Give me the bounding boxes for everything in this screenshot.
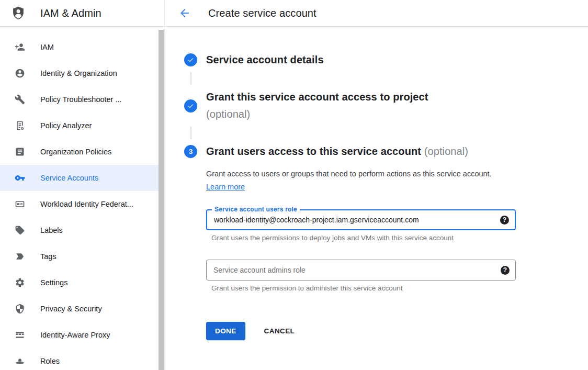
help-icon[interactable]: ? [500, 216, 509, 225]
sidebar-item-label: Workload Identity Federat... [40, 200, 133, 208]
step-1-service-account-details: Service account details [184, 51, 588, 69]
sidebar-item-service-accounts[interactable]: Service Accounts [0, 165, 159, 191]
sidebar-item-label: Policy Analyzer [40, 121, 92, 130]
tag-arrow-icon [15, 251, 25, 262]
service-account-key-icon [15, 173, 25, 183]
sidebar-item-identity-organization[interactable]: Identity & Organization [0, 60, 159, 86]
person-add-icon [15, 42, 25, 52]
sidebar-item-label: Identity-Aware Proxy [40, 331, 110, 339]
step-number-badge: 3 [184, 145, 197, 158]
admins-role-input[interactable] [207, 266, 501, 274]
sidebar-item-label: Organization Policies [40, 148, 111, 156]
wrench-icon [15, 94, 25, 105]
section-description: Grant access to users or groups that nee… [206, 167, 502, 194]
sidebar: IAM & Admin IAM Identity & Organization … [0, 0, 165, 370]
step-title: Service account details [206, 51, 324, 69]
sidebar-item-label: Privacy & Security [40, 305, 102, 313]
sidebar-item-policy-troubleshooter[interactable]: Policy Troubleshooter ... [0, 86, 159, 113]
sidebar-item-label: Tags [40, 252, 56, 261]
users-role-field-wrap: Service account users role ? Grant users… [206, 209, 588, 242]
users-role-input[interactable] [207, 216, 500, 224]
sidebar-item-organization-policies[interactable]: Organization Policies [0, 139, 159, 165]
step-connector [190, 72, 191, 85]
proxy-icon [15, 330, 25, 340]
sidebar-item-iam[interactable]: IAM [0, 34, 159, 60]
optional-tag: (optional) [206, 106, 428, 123]
id-card-icon [15, 199, 25, 209]
admins-role-field-wrap: ? Grant users the permission to administ… [206, 260, 588, 292]
gear-icon [15, 277, 25, 288]
step-complete-check-icon [184, 99, 197, 113]
sidebar-item-tags[interactable]: Tags [0, 243, 159, 270]
field-floating-label: Service account users role [212, 206, 300, 213]
sidebar-item-label: IAM [40, 43, 54, 51]
step-complete-check-icon [184, 53, 197, 66]
shield-half-icon [15, 304, 25, 314]
sidebar-item-label: Policy Troubleshooter ... [40, 95, 122, 104]
cancel-button[interactable]: CANCEL [264, 327, 295, 335]
step-3-body: Grant access to users or groups that nee… [206, 167, 588, 340]
sidebar-nav: IAM Identity & Organization Policy Troub… [0, 27, 164, 370]
step-3-grant-users-access: 3 Grant users access to this service acc… [184, 143, 588, 160]
sidebar-item-label: Service Accounts [40, 174, 98, 182]
sidebar-item-privacy-security[interactable]: Privacy & Security [0, 296, 159, 322]
step-connector [190, 127, 191, 139]
sidebar-item-labels[interactable]: Labels [0, 217, 159, 243]
iam-shield-icon [11, 5, 27, 21]
optional-tag: (optional) [424, 145, 468, 157]
sidebar-item-workload-identity-federation[interactable]: Workload Identity Federat... [0, 191, 159, 217]
page-title: Create service account [208, 7, 316, 19]
sidebar-item-policy-analyzer[interactable]: Policy Analyzer [0, 113, 159, 139]
page-header: Create service account [165, 0, 588, 27]
label-tag-icon [15, 225, 25, 236]
step-2-grant-access-to-project: Grant this service account access to pro… [184, 88, 588, 123]
product-title: IAM & Admin [40, 7, 101, 19]
document-icon [15, 147, 25, 157]
help-icon[interactable]: ? [501, 266, 510, 275]
step-title: Grant users access to this service accou… [206, 143, 468, 160]
sidebar-item-label: Labels [40, 226, 63, 234]
back-arrow-icon[interactable] [178, 7, 191, 19]
sidebar-header: IAM & Admin [0, 0, 164, 27]
sidebar-item-identity-aware-proxy[interactable]: Identity-Aware Proxy [0, 322, 159, 348]
main-content: Service account details Grant this servi… [165, 27, 588, 370]
service-account-users-role-field[interactable]: Service account users role ? [206, 209, 516, 230]
step-title: Grant this service account access to pro… [206, 88, 428, 123]
sidebar-item-label: Roles [40, 357, 60, 365]
account-circle-icon [15, 68, 25, 79]
sidebar-item-roles[interactable]: Roles [0, 348, 159, 370]
step-number: 3 [189, 148, 193, 155]
sidebar-item-label: Settings [40, 278, 67, 287]
action-buttons: DONE CANCEL [206, 322, 588, 340]
sidebar-item-label: Identity & Organization [40, 69, 117, 77]
sidebar-scrollbar[interactable] [159, 30, 164, 370]
done-button[interactable]: DONE [206, 322, 245, 340]
policy-analyzer-icon [15, 120, 25, 131]
service-account-admins-role-field[interactable]: ? [206, 260, 516, 281]
roles-hat-icon [15, 356, 25, 366]
admins-role-helper-text: Grant users the permission to administer… [211, 284, 588, 292]
users-role-helper-text: Grant users the permissions to deploy jo… [211, 234, 588, 242]
sidebar-item-settings[interactable]: Settings [0, 270, 159, 296]
learn-more-link[interactable]: Learn more [206, 183, 245, 191]
